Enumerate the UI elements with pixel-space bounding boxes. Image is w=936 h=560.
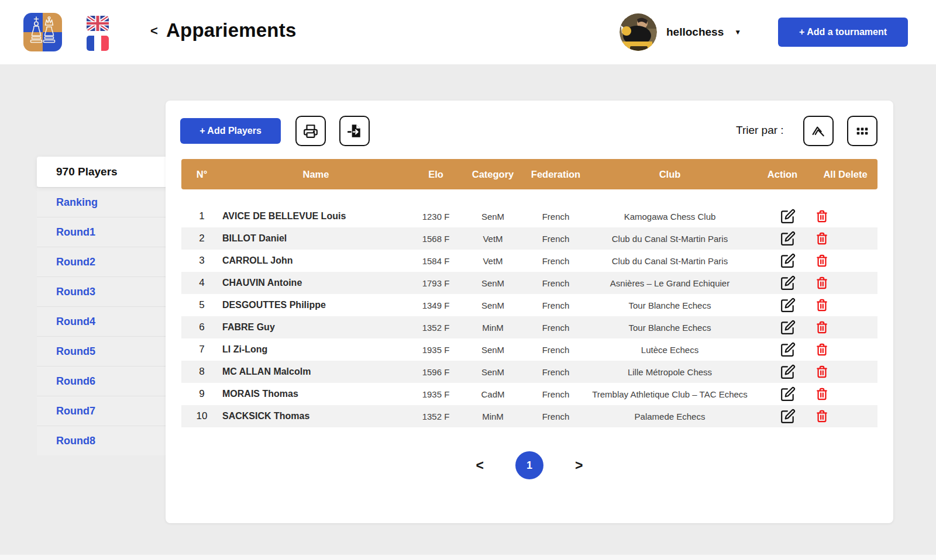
sidebar-item-label: 970 Players (56, 165, 118, 178)
player-name: FABRE Guy (222, 322, 410, 333)
prev-page-button[interactable]: < (476, 458, 484, 473)
row-number: 2 (181, 233, 222, 244)
table-row: 1AVICE DE BELLEVUE Louis1230 FSenMFrench… (181, 205, 878, 227)
user-menu[interactable]: hellochess ▼ (620, 0, 741, 64)
column-header: Elo (410, 169, 462, 180)
edit-icon (780, 342, 796, 357)
player-elo: 1352 F (410, 323, 462, 333)
edit-icon (780, 409, 796, 424)
uk-flag-icon[interactable] (87, 16, 109, 31)
edit-player-button[interactable] (780, 386, 796, 402)
player-category: SenM (462, 345, 524, 355)
chevron-down-icon[interactable]: ▼ (734, 28, 741, 36)
row-number: 8 (181, 366, 222, 378)
edit-player-button[interactable] (780, 298, 796, 313)
player-club: Lutèce Echecs (588, 345, 752, 355)
sidebar-item-round3[interactable]: Round3 (37, 276, 166, 306)
table-row: 6FABRE Guy1352 FMinMFrenchTour Blanche E… (181, 316, 878, 338)
player-federation: French (524, 212, 588, 222)
row-number: 7 (181, 344, 222, 355)
player-category: SenM (462, 300, 524, 310)
edit-player-button[interactable] (780, 253, 796, 268)
player-club: Tremblay Athletique Club – TAC Echecs (588, 389, 752, 399)
column-header: N° (181, 169, 222, 180)
player-elo: 1230 F (410, 212, 462, 222)
app-logo-icon[interactable] (23, 13, 62, 51)
player-club: Club du Canal St-Martin Paris (588, 234, 752, 244)
sort-by-label: Trier par : (736, 124, 784, 137)
player-category: VetM (462, 256, 524, 266)
sidebar-item-label: Round6 (56, 375, 95, 388)
sidebar-item-ranking[interactable]: Ranking (37, 187, 166, 217)
grid-view-button[interactable] (847, 116, 878, 146)
avatar[interactable] (620, 13, 657, 51)
row-number: 3 (181, 255, 222, 267)
username: hellochess (666, 26, 724, 39)
edit-player-button[interactable] (780, 275, 796, 291)
edit-player-button[interactable] (780, 364, 796, 379)
add-tournament-button[interactable]: + Add a tournament (778, 18, 908, 47)
add-players-button[interactable]: + Add Players (180, 118, 281, 144)
france-flag-icon[interactable] (87, 36, 109, 51)
edit-icon (780, 253, 796, 268)
pagination: < 1 > (181, 451, 878, 479)
row-number: 6 (181, 322, 222, 333)
row-number: 9 (181, 388, 222, 400)
language-switcher (87, 16, 109, 56)
player-elo: 1584 F (410, 256, 462, 266)
sidebar-item-label: Ranking (56, 196, 98, 209)
player-federation: French (524, 256, 588, 266)
sidebar-item-round8[interactable]: Round8 (37, 426, 166, 455)
import-players-button[interactable] (339, 116, 370, 146)
player-name: CHAUVIN Antoine (222, 278, 410, 288)
column-header: All Delete (813, 169, 878, 180)
edit-player-button[interactable] (780, 231, 796, 246)
column-header: Category (462, 169, 524, 180)
player-category: MinM (462, 412, 524, 421)
sidebar-item-970-players[interactable]: 970 Players (37, 157, 168, 187)
sort-order-button[interactable] (803, 116, 834, 146)
edit-icon (780, 209, 796, 224)
sidebar-item-round4[interactable]: Round4 (37, 306, 166, 336)
table-row: 3CARROLL John1584 FVetMFrenchClub du Can… (181, 250, 878, 272)
back-button[interactable]: < (150, 23, 158, 39)
print-button[interactable] (295, 116, 326, 146)
player-federation: French (524, 345, 588, 355)
row-number: 10 (181, 410, 222, 422)
player-category: SenM (462, 278, 524, 288)
sidebar-item-round5[interactable]: Round5 (37, 336, 166, 366)
table-row: 4CHAUVIN Antoine1793 FSenMFrenchAsnières… (181, 272, 878, 294)
player-federation: French (524, 234, 588, 244)
sort-icon (810, 123, 827, 139)
player-club: Kamogawa Chess Club (588, 212, 752, 222)
player-name: AVICE DE BELLEVUE Louis (222, 211, 410, 222)
player-name: DESGOUTTES Philippe (222, 300, 410, 310)
player-federation: French (524, 367, 588, 377)
sidebar-item-label: Round4 (56, 316, 95, 328)
sidebar-item-round7[interactable]: Round7 (37, 396, 166, 426)
sidebar-item-round1[interactable]: Round1 (37, 217, 166, 247)
player-name: MC ALLAN Malcolm (222, 367, 410, 377)
edit-icon (780, 298, 796, 313)
current-page-button[interactable]: 1 (515, 451, 543, 479)
player-category: SenM (462, 367, 524, 377)
bottom-strip (0, 555, 936, 560)
edit-player-button[interactable] (780, 209, 796, 224)
edit-player-button[interactable] (780, 409, 796, 424)
player-elo: 1935 F (410, 345, 462, 355)
edit-player-button[interactable] (780, 320, 796, 335)
player-club: Tour Blanche Echecs (588, 300, 752, 310)
player-category: SenM (462, 212, 524, 222)
player-club: Palamede Echecs (588, 412, 752, 421)
player-elo: 1568 F (410, 234, 462, 244)
player-elo: 1349 F (410, 300, 462, 310)
column-header: Club (588, 169, 752, 180)
sidebar-item-label: Round8 (56, 435, 95, 447)
sidebar-item-round6[interactable]: Round6 (37, 366, 166, 396)
players-table: 1AVICE DE BELLEVUE Louis1230 FSenMFrench… (181, 205, 878, 427)
sidebar-item-round2[interactable]: Round2 (37, 247, 166, 276)
players-panel: + Add Players Trier par : (166, 101, 893, 523)
edit-player-button[interactable] (780, 342, 796, 357)
sidebar-item-label: Round7 (56, 405, 95, 417)
next-page-button[interactable]: > (575, 458, 583, 473)
